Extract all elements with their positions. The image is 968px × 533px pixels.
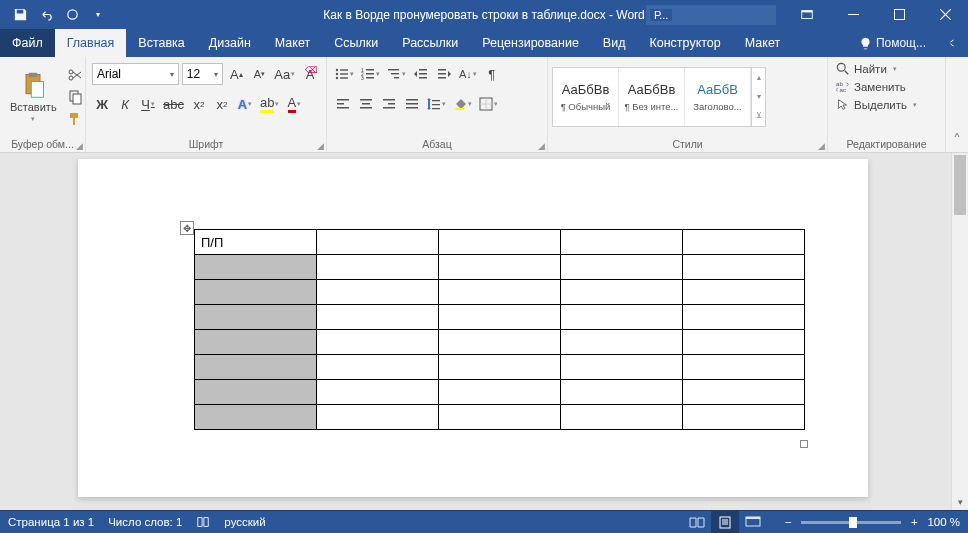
cut-button[interactable] (65, 65, 85, 85)
tell-me-search[interactable]: Помощ... (849, 29, 936, 57)
gallery-more[interactable]: ⊻ (752, 106, 765, 125)
view-read-button[interactable] (683, 511, 711, 534)
status-words[interactable]: Число слов: 1 (108, 516, 182, 528)
table-cell[interactable] (683, 355, 805, 380)
vertical-scrollbar[interactable]: ▾ (951, 153, 968, 510)
tab-insert[interactable]: Вставка (126, 29, 196, 57)
document-table[interactable]: П/П (194, 229, 805, 430)
font-size-combo[interactable]: 12▾ (182, 63, 224, 85)
tab-table-layout[interactable]: Макет (733, 29, 792, 57)
table-cell[interactable] (561, 280, 683, 305)
zoom-in-button[interactable]: + (907, 515, 921, 529)
document-area[interactable]: ✥ П/П ▾ (0, 153, 968, 510)
format-painter-button[interactable] (65, 109, 85, 129)
table-cell[interactable] (195, 355, 317, 380)
italic-button[interactable]: К (115, 93, 135, 115)
table-cell[interactable] (317, 255, 439, 280)
table-cell[interactable] (317, 330, 439, 355)
replace-button[interactable]: abac Заменить (834, 79, 908, 95)
shrink-font-button[interactable]: A▾ (249, 63, 269, 85)
tab-file[interactable]: Файл (0, 29, 55, 57)
user-account[interactable]: Р... (646, 5, 776, 25)
change-case-button[interactable]: Aa (272, 63, 297, 85)
style-no-spacing[interactable]: АаБбВв ¶ Без инте... (619, 68, 685, 126)
bold-button[interactable]: Ж (92, 93, 112, 115)
shading-button[interactable] (451, 93, 474, 115)
table-cell[interactable] (683, 255, 805, 280)
page[interactable]: ✥ П/П (78, 159, 868, 497)
zoom-thumb[interactable] (849, 517, 857, 528)
table-cell[interactable] (195, 405, 317, 430)
view-print-button[interactable] (711, 511, 739, 534)
text-effects-button[interactable]: A (235, 93, 255, 115)
table-cell[interactable] (561, 330, 683, 355)
tab-view[interactable]: Вид (591, 29, 638, 57)
view-web-button[interactable] (739, 511, 767, 534)
borders-button[interactable] (477, 93, 500, 115)
status-page[interactable]: Страница 1 из 1 (8, 516, 94, 528)
table-cell[interactable] (561, 305, 683, 330)
table-cell[interactable] (195, 280, 317, 305)
table-cell[interactable] (317, 405, 439, 430)
status-proofing[interactable] (196, 515, 210, 529)
sort-button[interactable]: A↓ (457, 63, 479, 85)
table-cell[interactable] (317, 355, 439, 380)
highlight-button[interactable]: ab (258, 93, 281, 115)
table-cell[interactable] (683, 305, 805, 330)
table-cell[interactable] (683, 380, 805, 405)
maximize-button[interactable] (876, 0, 922, 29)
table-cell[interactable] (561, 255, 683, 280)
style-normal[interactable]: АаБбВв ¶ Обычный (553, 68, 619, 126)
align-right-button[interactable] (379, 93, 399, 115)
table-cell[interactable] (317, 280, 439, 305)
collapse-ribbon-button[interactable]: ˄ (946, 57, 968, 152)
line-spacing-button[interactable] (425, 93, 448, 115)
indent-button[interactable] (434, 63, 454, 85)
table-cell[interactable] (195, 380, 317, 405)
table-cell[interactable] (439, 405, 561, 430)
outdent-button[interactable] (411, 63, 431, 85)
justify-button[interactable] (402, 93, 422, 115)
undo-button[interactable] (34, 3, 58, 27)
zoom-value[interactable]: 100 % (927, 516, 960, 528)
zoom-slider[interactable] (801, 521, 901, 524)
table-cell[interactable] (195, 255, 317, 280)
paragraph-launcher[interactable]: ◢ (538, 141, 545, 151)
status-language[interactable]: русский (224, 516, 265, 528)
table-resize-handle[interactable] (800, 440, 808, 448)
table-cell[interactable] (439, 305, 561, 330)
select-button[interactable]: Выделить▾ (834, 97, 919, 113)
bullets-button[interactable] (333, 63, 356, 85)
tab-layout[interactable]: Макет (263, 29, 322, 57)
table-cell[interactable] (561, 355, 683, 380)
font-color-button[interactable]: A (284, 93, 304, 115)
table-cell[interactable] (561, 380, 683, 405)
font-launcher[interactable]: ◢ (317, 141, 324, 151)
table-cell[interactable]: П/П (195, 230, 317, 255)
tab-mailings[interactable]: Рассылки (390, 29, 470, 57)
table-cell[interactable] (683, 230, 805, 255)
underline-button[interactable]: Ч (138, 93, 158, 115)
qat-more-button[interactable]: ▾ (86, 3, 110, 27)
table-move-handle[interactable]: ✥ (180, 221, 194, 235)
table-cell[interactable] (439, 330, 561, 355)
gallery-up[interactable]: ▴ (752, 68, 765, 87)
align-left-button[interactable] (333, 93, 353, 115)
zoom-out-button[interactable]: − (781, 515, 795, 529)
ribbon-options-button[interactable] (784, 0, 830, 29)
table-cell[interactable] (439, 230, 561, 255)
superscript-button[interactable]: x2 (212, 93, 232, 115)
tab-references[interactable]: Ссылки (322, 29, 390, 57)
scrollbar-thumb[interactable] (954, 155, 966, 215)
clipboard-launcher[interactable]: ◢ (76, 141, 83, 151)
table-cell[interactable] (317, 230, 439, 255)
table-cell[interactable] (317, 380, 439, 405)
save-button[interactable] (8, 3, 32, 27)
find-button[interactable]: Найти▾ (834, 61, 899, 77)
scroll-down-arrow[interactable]: ▾ (952, 493, 968, 510)
table-cell[interactable] (195, 330, 317, 355)
table-cell[interactable] (683, 330, 805, 355)
styles-launcher[interactable]: ◢ (818, 141, 825, 151)
numbering-button[interactable]: 123 (359, 63, 382, 85)
copy-button[interactable] (65, 87, 85, 107)
